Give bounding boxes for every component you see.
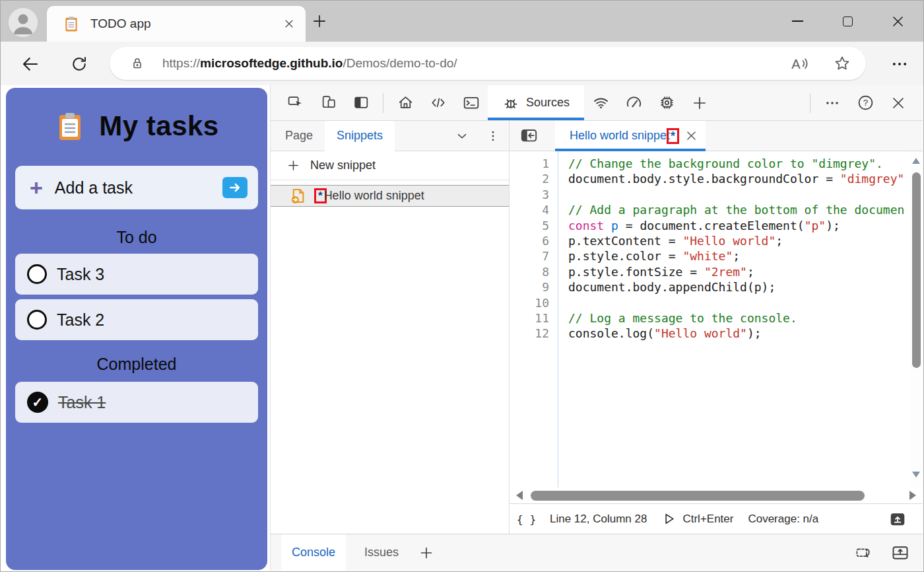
tab-issues[interactable]: Issues <box>362 546 401 559</box>
editor-statusbar: { } Line 12, Column 28 Ctrl+Enter Covera… <box>510 503 923 534</box>
line-number[interactable]: 2 <box>510 171 549 186</box>
person-icon <box>9 8 38 37</box>
performance-panel-button[interactable] <box>617 85 650 120</box>
memory-panel-button[interactable] <box>650 85 683 120</box>
code-lines[interactable]: // Change the background color to "dimgr… <box>558 151 910 487</box>
browser-menu-button[interactable] <box>890 55 909 73</box>
code-line[interactable]: // Change the background color to "dimgr… <box>568 156 910 171</box>
horizontal-scrollbar-thumb[interactable] <box>531 491 865 501</box>
refresh-button[interactable] <box>68 53 90 75</box>
help-button[interactable]: ? <box>849 85 882 120</box>
code-line[interactable]: document.body.style.backgroundColor = "d… <box>568 171 910 186</box>
code-line[interactable] <box>568 187 910 202</box>
editor-tab-close-button[interactable] <box>685 129 698 142</box>
code-line[interactable]: p.textContent = "Hello world"; <box>568 233 910 248</box>
code-editor[interactable]: 123456789101112 // Change the background… <box>510 151 923 487</box>
close-window-button[interactable] <box>881 1 914 42</box>
console-panel-button[interactable] <box>455 85 488 120</box>
tab-console[interactable]: Console <box>281 534 346 571</box>
pretty-print-toggle-button[interactable] <box>888 511 907 528</box>
collapse-sidebar-icon <box>519 127 539 145</box>
line-numbers[interactable]: 123456789101112 <box>510 151 558 487</box>
line-number[interactable]: 10 <box>510 295 549 310</box>
add-task-input[interactable]: + Add a task <box>15 166 258 209</box>
focus-mode-button[interactable] <box>345 85 378 120</box>
favorites-star-icon[interactable] <box>833 54 851 73</box>
todo-header: My tasks <box>6 88 267 142</box>
add-drawer-tab-button[interactable] <box>418 545 434 561</box>
tab-page[interactable]: Page <box>282 129 315 143</box>
line-number[interactable]: 5 <box>510 218 549 233</box>
snippet-list-item[interactable]: * Hello world snippet <box>271 185 509 207</box>
line-number[interactable]: 8 <box>510 264 549 279</box>
new-snippet-button[interactable]: New snippet <box>271 151 509 180</box>
arrow-right-icon <box>228 181 242 194</box>
maximize-button[interactable] <box>831 1 864 42</box>
lock-icon[interactable] <box>129 55 145 71</box>
task-row[interactable]: ✓ Task 1 <box>15 382 258 423</box>
add-task-submit-button[interactable] <box>222 177 248 198</box>
minimize-button[interactable] <box>781 1 814 42</box>
vertical-scrollbar[interactable] <box>910 151 923 487</box>
line-number[interactable]: 9 <box>510 279 549 295</box>
line-number[interactable]: 11 <box>510 310 549 326</box>
hide-navigator-button[interactable] <box>519 127 539 145</box>
task-checkbox-checked[interactable]: ✓ <box>27 392 48 413</box>
network-panel-button[interactable] <box>584 85 617 120</box>
vertical-scrollbar-thumb[interactable] <box>912 172 921 368</box>
code-line[interactable]: // Add a paragraph at the bottom of the … <box>568 202 910 217</box>
back-button[interactable] <box>19 53 42 75</box>
code-line[interactable]: document.body.appendChild(p); <box>568 279 910 295</box>
task-row[interactable]: Task 3 <box>15 254 258 295</box>
line-number[interactable]: 6 <box>510 233 549 248</box>
more-tabs-button[interactable] <box>455 129 469 143</box>
task-checkbox[interactable] <box>27 264 47 284</box>
expand-quick-view-button[interactable] <box>891 544 909 562</box>
line-number[interactable]: 3 <box>510 187 549 202</box>
editor-tab-hello-world-snippet[interactable]: Hello world snippet * <box>555 121 706 151</box>
line-number[interactable]: 7 <box>510 248 549 264</box>
add-panel-button[interactable] <box>683 85 716 120</box>
scroll-left-arrow[interactable] <box>516 491 523 500</box>
kebab-menu-icon <box>486 129 500 143</box>
navigator-tabbar: Page Snippets <box>271 121 509 151</box>
close-devtools-button[interactable] <box>882 85 915 120</box>
tab-close-button[interactable] <box>283 18 295 30</box>
scroll-right-arrow[interactable] <box>909 491 916 500</box>
scroll-down-arrow[interactable] <box>912 472 920 478</box>
code-line[interactable]: // Log a message to the console. <box>568 310 910 326</box>
page-title: My tasks <box>99 110 218 142</box>
restore-dock-button[interactable] <box>855 544 873 561</box>
code-line[interactable]: p.style.fontSize = "2rem"; <box>568 264 910 279</box>
run-snippet-button[interactable]: Ctrl+Enter <box>661 511 733 526</box>
code-line[interactable]: console.log("Hello world"); <box>568 326 910 341</box>
navigator-menu-button[interactable] <box>486 129 500 143</box>
format-braces-icon[interactable]: { } <box>517 511 535 527</box>
customize-devtools-button[interactable] <box>816 85 849 120</box>
new-tab-button[interactable] <box>311 13 328 30</box>
elements-panel-button[interactable] <box>422 85 455 120</box>
horizontal-scrollbar[interactable] <box>510 487 923 503</box>
address-input[interactable]: https://microsoftedge.github.io/Demos/de… <box>110 47 866 80</box>
task-row[interactable]: Task 2 <box>15 299 258 340</box>
line-number[interactable]: 12 <box>510 326 549 341</box>
welcome-panel-button[interactable] <box>389 85 422 120</box>
tab-sources[interactable]: Sources <box>488 85 584 120</box>
code-line[interactable]: const p = document.createElement("p"); <box>568 218 910 233</box>
code-line[interactable] <box>568 295 910 310</box>
read-aloud-icon[interactable]: A <box>789 54 809 73</box>
horizontal-scrollbar-track[interactable] <box>528 491 888 501</box>
close-icon <box>685 129 698 142</box>
profile-avatar[interactable] <box>9 8 38 37</box>
code-line[interactable]: p.style.color = "white"; <box>568 248 910 264</box>
task-label: Task 2 <box>57 310 104 330</box>
device-emulation-button[interactable] <box>312 85 345 120</box>
tab-snippets[interactable]: Snippets <box>325 121 395 151</box>
task-checkbox[interactable] <box>27 310 47 330</box>
line-number[interactable]: 1 <box>510 156 549 171</box>
inspect-element-button[interactable] <box>279 85 312 120</box>
bug-icon <box>502 94 519 112</box>
scroll-up-arrow[interactable] <box>912 158 920 164</box>
browser-tab[interactable]: TODO app <box>47 6 306 42</box>
line-number[interactable]: 4 <box>510 202 549 217</box>
